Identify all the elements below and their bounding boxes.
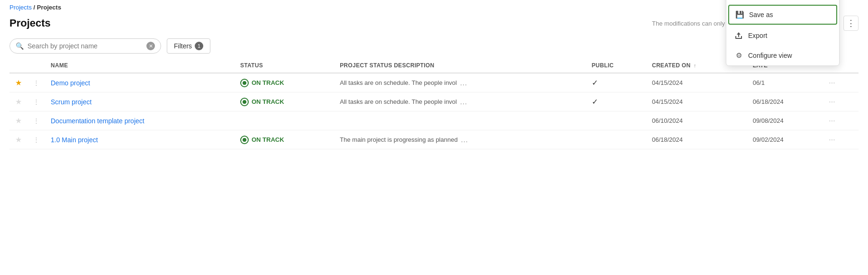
public-cell: ✓ [586,92,646,111]
status-dot [240,79,249,87]
table-row: ★ ⋮ 1.0 Main project ON TRACK The main p… [9,130,859,149]
project-link[interactable]: Documentation template project [51,117,145,125]
search-icon: 🔍 [16,42,24,50]
row-actions-button[interactable]: ··· [829,117,837,125]
status-cell [235,111,334,130]
project-name-cell: Demo project [45,73,235,92]
row-actions-cell: ··· [823,73,859,92]
row-actions-button[interactable]: ··· [829,98,837,106]
status-text: ON TRACK [252,98,284,105]
status-text: ON TRACK [252,79,284,86]
public-cell: ✓ [586,73,646,92]
created-on-cell: 04/15/2024 [646,92,747,111]
public-cell [586,111,646,130]
description-cell: All tasks are on schedule. The people in… [334,92,586,111]
row-actions-cell: ··· [823,130,859,149]
projects-table: NAME STATUS PROJECT STATUS DESCRIPTION P… [9,58,859,149]
search-box: 🔍 ✕ [9,38,161,54]
description-cell: All tasks are on schedule. The people in… [334,73,586,92]
description-more-button[interactable]: … [461,136,468,144]
dropdown-item-configure[interactable]: ⚙ Configure view [726,46,839,65]
latest-cell: 06/18/2024 [747,92,823,111]
created-on-cell: 06/18/2024 [646,130,747,149]
status-cell: ON TRACK [235,130,334,149]
dropdown-item-activity[interactable]: Overall activity [726,0,839,4]
breadcrumb-separator: / [34,4,37,11]
drag-handle[interactable]: ⋮ [27,111,45,130]
configure-label: Configure view [748,52,792,59]
description-cell: The main project is progressing as plann… [334,130,586,149]
description-text: All tasks are on schedule. The people in… [340,79,457,86]
table-container: Open as Gantt view Overall activity 💾 Sa… [0,58,868,149]
export-icon [734,31,743,40]
project-name-cell: Documentation template project [45,111,235,130]
drag-handle[interactable]: ⋮ [27,130,45,149]
breadcrumb-parent-link[interactable]: Projects [9,4,32,11]
row-actions-cell: ··· [823,92,859,111]
status-text: ON TRACK [252,136,284,143]
drag-handle[interactable]: ⋮ [27,73,45,92]
status-dot [240,136,249,144]
table-row: ★ ⋮ Scrum project ON TRACK All tasks are… [9,92,859,111]
sort-icon: ↑ [694,63,696,68]
project-link[interactable]: Scrum project [51,98,91,106]
latest-cell: 09/02/2024 [747,130,823,149]
kebab-menu-button[interactable]: ⋮ [843,16,859,31]
description-more-button[interactable]: … [460,79,467,87]
search-input[interactable] [27,42,143,50]
configure-icon: ⚙ [734,51,743,60]
col-star [9,58,27,73]
project-link[interactable]: Demo project [51,79,90,87]
dropdown-item-export[interactable]: Export [726,26,839,46]
row-actions-button[interactable]: ··· [829,136,837,144]
description-text: All tasks are on schedule. The people in… [340,98,457,105]
table-row: ★ ⋮ Documentation template project 06/10… [9,111,859,130]
table-row: ★ ⋮ Demo project ON TRACK All tasks are … [9,73,859,92]
row-actions-cell: ··· [823,111,859,130]
col-status: STATUS [235,58,334,73]
status-cell: ON TRACK [235,92,334,111]
save-as-icon: 💾 [735,10,744,19]
dropdown-menu: Open as Gantt view Overall activity 💾 Sa… [726,0,840,66]
col-public: PUBLIC [586,58,646,73]
project-name-cell: Scrum project [45,92,235,111]
export-label: Export [748,32,767,39]
status-dot [240,98,249,106]
created-on-cell: 04/15/2024 [646,73,747,92]
latest-cell: 06/1 [747,73,823,92]
row-actions-button[interactable]: ··· [829,79,837,87]
project-name-cell: 1.0 Main project [45,130,235,149]
public-cell [586,130,646,149]
col-name: NAME [45,58,235,73]
drag-handle[interactable]: ⋮ [27,92,45,111]
description-cell [334,111,586,130]
project-link[interactable]: 1.0 Main project [51,136,98,144]
filters-button[interactable]: Filters 1 [167,38,210,54]
filters-label: Filters [174,42,192,50]
kebab-icon: ⋮ [847,18,855,28]
description-text: The main project is progressing as plann… [340,136,458,143]
public-checkmark: ✓ [592,98,598,106]
public-checkmark: ✓ [592,79,598,87]
star-cell[interactable]: ★ [9,111,27,130]
star-cell[interactable]: ★ [9,73,27,92]
page-title: Projects [9,17,51,29]
save-as-menu-label: Save as [749,11,773,18]
star-cell[interactable]: ★ [9,130,27,149]
filter-count-badge: 1 [195,42,203,50]
status-cell: ON TRACK [235,73,334,92]
col-drag [27,58,45,73]
breadcrumb-current: Projects [37,4,61,11]
created-on-cell: 06/10/2024 [646,111,747,130]
col-description: PROJECT STATUS DESCRIPTION [334,58,586,73]
description-more-button[interactable]: … [460,98,467,106]
dropdown-item-save-as[interactable]: 💾 Save as [728,5,837,25]
star-cell[interactable]: ★ [9,92,27,111]
latest-cell: 09/08/2024 [747,111,823,130]
clear-search-button[interactable]: ✕ [146,42,155,50]
